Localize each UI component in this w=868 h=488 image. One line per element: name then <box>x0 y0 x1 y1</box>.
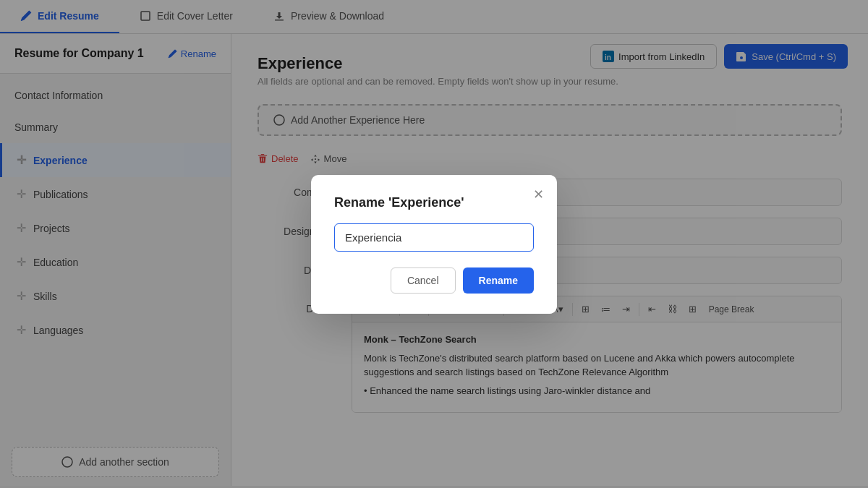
modal-overlay: Rename 'Experience' ✕ Cancel Rename <box>0 0 868 488</box>
modal-rename-button[interactable]: Rename <box>463 267 534 294</box>
modal-close-button[interactable]: ✕ <box>533 187 544 202</box>
rename-modal: Rename 'Experience' ✕ Cancel Rename <box>311 175 557 314</box>
modal-cancel-button[interactable]: Cancel <box>391 267 456 294</box>
modal-actions: Cancel Rename <box>334 267 534 294</box>
modal-title: Rename 'Experience' <box>334 195 534 210</box>
modal-rename-input[interactable] <box>334 223 534 252</box>
